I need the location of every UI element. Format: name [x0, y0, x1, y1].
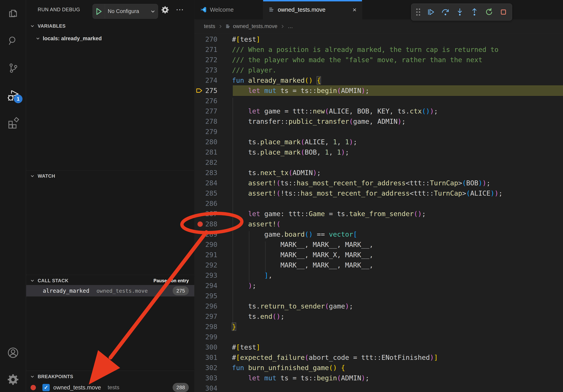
breadcrumb-file[interactable]: owned_tests.move [233, 23, 277, 29]
step-into-icon[interactable] [454, 5, 466, 19]
line-number: 304 [194, 383, 218, 392]
code-token: () [422, 107, 430, 115]
close-icon[interactable]: × [353, 6, 357, 13]
code-token: [ [236, 35, 240, 43]
code-token: ; [422, 210, 426, 218]
code-token: ; [434, 107, 438, 115]
code-line-303[interactable]: 303 let mut ts = ts::begin(ADMIN); [194, 373, 563, 383]
code-line-300[interactable]: 300#[test] [194, 342, 563, 352]
code-line-289[interactable]: 289 game.board() == vector[ [194, 229, 563, 239]
code-token: ] [434, 353, 438, 361]
code-line-286[interactable]: 286 [194, 198, 563, 209]
move-file-icon [269, 7, 275, 13]
step-over-icon[interactable] [439, 5, 451, 19]
code-token [260, 374, 264, 382]
code-token: end [260, 313, 272, 320]
explorer-icon[interactable] [0, 3, 26, 25]
code-line-287[interactable]: 287 let game: ttt::Game = ts.take_from_s… [194, 209, 563, 219]
code-line-302[interactable]: 302fun burn_unfinished_game() { [194, 363, 563, 373]
code-line-270[interactable]: 270#[test] [194, 34, 563, 44]
extensions-icon[interactable] [0, 112, 26, 133]
breadcrumb-folder[interactable]: tests [204, 23, 215, 29]
debug-settings-gear-icon[interactable] [161, 6, 169, 15]
account-icon[interactable] [0, 342, 26, 364]
code-line-288[interactable]: 288 assert!( [194, 219, 563, 229]
launch-configuration-dropdown[interactable]: No Configura [92, 4, 158, 19]
line-number: 297 [194, 311, 218, 322]
code-token: Game [309, 210, 325, 218]
code-line-280[interactable]: 280 ts.place_mark(ALICE, 1, 1); [194, 137, 563, 147]
code-line-279[interactable]: 279 [194, 127, 563, 137]
vscode-window: 1 [0, 0, 563, 392]
tab-welcome[interactable]: Welcome [194, 0, 263, 19]
start-debug-icon[interactable] [93, 4, 105, 19]
watch-section-header[interactable]: WATCH [26, 171, 194, 181]
code-token: ts. [232, 148, 260, 156]
code-token: } [232, 323, 236, 331]
breadcrumb[interactable]: tests owned_tests.move … [194, 19, 563, 34]
code-line-299[interactable]: 299 [194, 332, 563, 342]
code-line-276[interactable]: 276 [194, 96, 563, 106]
stop-icon[interactable] [498, 5, 509, 19]
code-token: ( [276, 179, 280, 187]
tab-owned-tests-move[interactable]: owned_tests.move × [263, 0, 362, 19]
code-line-285[interactable]: 285 assert!(!ts::has_most_recent_for_add… [194, 188, 563, 198]
code-token: abort_code = ttt::ENotFinished [309, 353, 430, 361]
call-stack-frame-row[interactable]: already_marked owned_tests.move 275 [26, 285, 194, 297]
breakpoints-section-header[interactable]: BREAKPOINTS [26, 372, 194, 381]
breadcrumb-symbol[interactable]: … [288, 23, 293, 29]
code-line-278[interactable]: 278 transfer::public_transfer(game, ADMI… [194, 116, 563, 127]
code-line-284[interactable]: 284 assert!(ts::has_most_recent_for_addr… [194, 178, 563, 188]
code-token: ) [397, 118, 401, 125]
code-token: mut [264, 374, 276, 382]
code-line-292[interactable]: 292 MARK__, MARK__, MARK__, [194, 260, 563, 270]
code-token: ; [365, 87, 369, 94]
run-and-debug-icon[interactable]: 1 [0, 84, 26, 106]
code-token: /// When a position is already marked, t… [232, 46, 499, 53]
code-line-296[interactable]: 296 ts.return_to_sender(game); [194, 301, 563, 311]
breakpoint-row[interactable]: ✓ owned_tests.move tests 288 [26, 382, 194, 392]
code-line-297[interactable]: 297 ts.end(); [194, 311, 563, 322]
step-out-icon[interactable] [469, 5, 480, 19]
code-token: ] [256, 343, 260, 351]
continue-icon[interactable] [425, 5, 437, 19]
code-line-293[interactable]: 293 ], [194, 270, 563, 280]
code-line-277[interactable]: 277 let game = ttt::new(ALICE, BOB, KEY,… [194, 106, 563, 116]
code-line-273[interactable]: 273/// player. [194, 65, 563, 75]
line-number: 275 [194, 85, 218, 96]
line-number: 292 [194, 260, 218, 270]
search-icon[interactable] [0, 30, 26, 52]
code-token: ) [341, 148, 345, 156]
code-line-304[interactable]: 304 [194, 383, 563, 392]
code-line-290[interactable]: 290 MARK__, MARK__, MARK__, [194, 239, 563, 250]
code-line-271[interactable]: 271/// When a position is already marked… [194, 44, 563, 55]
code-lines[interactable]: 270#[test]271/// When a position is alre… [194, 34, 563, 392]
line-number: 285 [194, 188, 218, 198]
code-line-282[interactable]: 282 [194, 157, 563, 168]
restart-icon[interactable] [483, 5, 495, 19]
code-line-272[interactable]: 272/// the player who made the "false" m… [194, 55, 563, 65]
line-number: 286 [194, 198, 218, 209]
code-line-291[interactable]: 291 MARK__, MARK_X, MARK__, [194, 250, 563, 260]
locals-scope-row[interactable]: locals: already_marked [26, 33, 194, 44]
code-token: ; [353, 138, 357, 146]
more-actions-icon[interactable]: ⋯ [176, 0, 184, 19]
code-line-274[interactable]: 274fun already_marked() { [194, 75, 563, 85]
settings-gear-icon[interactable] [0, 369, 26, 391]
code-line-281[interactable]: 281 ts.place_mark(BOB, 1, 1); [194, 147, 563, 157]
code-line-298[interactable]: 298} [194, 322, 563, 332]
code-token: ( [289, 169, 293, 177]
code-line-275[interactable]: 275 let mut ts = ts::begin(ADMIN); [194, 85, 563, 96]
code-line-294[interactable]: 294 ); [194, 280, 563, 291]
code-token: next_tx [260, 169, 288, 177]
code-line-301[interactable]: 301#[expected_failure(abort_code = ttt::… [194, 352, 563, 363]
toolbar-drag-handle[interactable] [414, 5, 422, 19]
call-stack-section-header[interactable]: CALL STACK Paused on entry [26, 276, 194, 285]
code-line-283[interactable]: 283 ts.next_tx(ADMIN); [194, 168, 563, 178]
breakpoint-checkbox[interactable]: ✓ [42, 384, 50, 391]
variables-section-header[interactable]: VARIABLES [26, 21, 194, 31]
code-token: BOB, [305, 148, 325, 156]
code-token: MARK__, MARK__, MARK__, [232, 261, 373, 269]
code-line-295[interactable]: 295 [194, 291, 563, 301]
source-control-icon[interactable] [0, 57, 26, 79]
